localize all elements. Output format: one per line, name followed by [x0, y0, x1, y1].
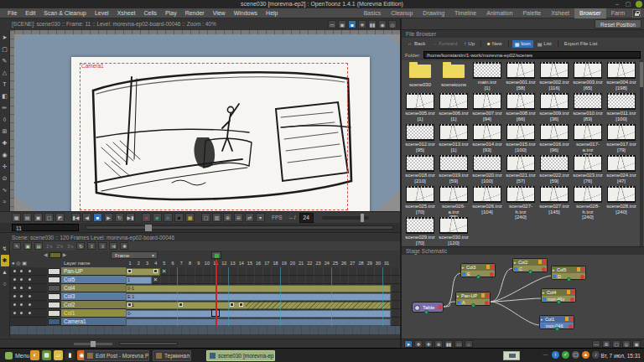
camstand-toggle-icon[interactable] — [567, 290, 570, 294]
histogram-button[interactable]: ▥ — [212, 213, 221, 222]
node-col4[interactable]: Col4mor-46v — [541, 288, 576, 303]
keyframe-icon[interactable] — [239, 303, 243, 307]
scene-file-item[interactable]: scene028.tnz[240] — [605, 186, 638, 215]
schematic-home-icon[interactable]: ⌂ — [465, 340, 473, 348]
zoom-out-button[interactable]: ⊖ — [234, 213, 243, 222]
visibility-toggle[interactable] — [13, 287, 16, 289]
bottom-port[interactable] — [476, 275, 480, 279]
scene-file-item[interactable]: scene026.tnz[104] — [470, 186, 504, 215]
scene-file-item[interactable]: scene021.tnz[57] — [504, 155, 538, 184]
camstand-toggle-icon[interactable] — [565, 317, 569, 321]
scene-file-item[interactable]: scene001.tnz[58] — [504, 62, 538, 90]
visibility-toggle[interactable] — [20, 287, 23, 289]
menu-render[interactable]: Render — [181, 8, 209, 18]
bottom-port[interactable] — [528, 270, 532, 274]
back-button[interactable]: ←Back — [405, 40, 428, 47]
pinch-tool[interactable]: ⊙ — [1, 173, 9, 184]
scene-file-item[interactable]: scene017-a.tnz[94] — [571, 124, 605, 158]
type-tool[interactable]: T — [1, 79, 9, 90]
layer-cells[interactable]: 1✕ — [126, 267, 400, 276]
lock-rooms-icon[interactable] — [632, 9, 641, 18]
export-file-list-button[interactable]: Export File List — [562, 40, 600, 47]
input-port[interactable] — [543, 297, 546, 301]
zoom-tool[interactable]: ○ — [1, 278, 9, 290]
subcamera-preview-icon[interactable]: ◎ — [388, 20, 397, 28]
maximize-button[interactable]: ▢ — [625, 1, 631, 8]
input-port[interactable] — [541, 324, 544, 328]
room-tab-cleanup[interactable]: Cleanup — [386, 8, 418, 18]
visibility-toggle[interactable] — [13, 295, 16, 297]
terminal-app-icon[interactable]: ▮ — [65, 350, 75, 360]
app-launcher-2-icon[interactable]: ▦ — [42, 350, 51, 360]
visibility-toggle[interactable] — [29, 270, 31, 272]
scene-file-item[interactable]: scene026-a.tnz[85] — [437, 186, 470, 220]
green-channel-button[interactable]: ■ — [153, 213, 162, 222]
layer-name[interactable]: Camera1 — [61, 318, 126, 326]
new-folder-button[interactable]: ■New — [485, 40, 505, 47]
visibility-toggle[interactable] — [20, 270, 23, 272]
scene-file-item[interactable]: scene027.tnz[145] — [538, 186, 571, 215]
camera-snapshot-icon[interactable]: ▣ — [34, 213, 43, 222]
layer-cells[interactable] — [126, 318, 400, 326]
cadence-3[interactable]: 3's — [66, 244, 74, 249]
layer-cells[interactable]: 0- — [126, 309, 400, 318]
xsheet-zoom-handle[interactable] — [91, 341, 96, 347]
input-port[interactable] — [462, 272, 465, 276]
start-menu-button[interactable]: Menu — [2, 350, 34, 361]
menu-edit[interactable]: Edit — [21, 8, 39, 18]
sound-button[interactable]: ▦ — [185, 213, 195, 222]
room-tab-farm[interactable]: Farm — [606, 8, 630, 18]
keyframe-icon[interactable] — [127, 303, 132, 307]
camera3d-view-icon[interactable]: ▭ — [328, 20, 336, 28]
scene-file-item[interactable]: scene028-h.tnz[240] — [571, 186, 605, 220]
visibility-toggle[interactable] — [20, 278, 23, 281]
layer-row-col3[interactable]: Col3E 1 — [10, 292, 400, 301]
layer-name[interactable]: Col2 — [61, 301, 126, 309]
red-channel-button[interactable]: ■ — [142, 213, 151, 222]
scene-file-item[interactable]: scene027-h.tnz[240] — [504, 186, 538, 220]
define-subcamera-icon[interactable]: ◩ — [55, 213, 65, 222]
visibility-toggle[interactable] — [29, 295, 31, 297]
visibility-toggle[interactable] — [13, 303, 16, 306]
freeze-icon[interactable]: ▮▮ — [368, 20, 377, 28]
frame-slider[interactable] — [86, 225, 393, 230]
scene-file-item[interactable]: scene006.tnz[1] — [437, 93, 470, 122]
xsheet-scrollbar[interactable] — [119, 342, 178, 345]
output-port[interactable] — [570, 297, 574, 302]
blue-channel-button[interactable]: ■ — [164, 213, 173, 222]
keyframe-icon[interactable] — [127, 269, 132, 273]
tray-display-icon[interactable]: ▢ — [572, 351, 579, 359]
scene-file-item[interactable]: scene016.tnz[96] — [538, 124, 571, 153]
layer-name[interactable]: Col5 — [61, 276, 126, 284]
scene-file-item[interactable]: scene014.tnz[93] — [470, 124, 504, 153]
frame-slider-handle[interactable] — [145, 225, 152, 231]
node-col2[interactable]: Col2C — [512, 258, 548, 272]
rgb-picker-tool[interactable]: ◉ — [1, 149, 9, 161]
menu-cells[interactable]: Cells — [139, 8, 161, 18]
reframe-icon[interactable]: ↻ — [76, 242, 85, 250]
output-port[interactable] — [438, 305, 442, 309]
menu-windows[interactable]: Windows — [230, 8, 262, 18]
edit-in-place-icon[interactable]: ❖ — [358, 20, 366, 28]
control-point-editor-tool[interactable]: ✛ — [1, 161, 9, 173]
file-browser-title[interactable]: File Browser — [402, 29, 644, 38]
repeat-icon[interactable]: ⇉ — [109, 242, 117, 250]
layer-row-col5[interactable]: Col51✕ — [10, 276, 400, 284]
options-dropdown[interactable]: ▾ — [256, 213, 265, 222]
taskbar-window[interactable]: Терминал — [153, 350, 191, 361]
menu-xsheet[interactable]: Xsheet — [113, 8, 140, 18]
tray-preview-icon[interactable] — [503, 351, 520, 360]
menu-file[interactable]: File — [3, 8, 21, 18]
scene-file-item[interactable]: scene019.tnz[59] — [437, 155, 470, 184]
scene-file-item[interactable]: scene017.tnz[79] — [605, 124, 638, 153]
loop-button[interactable]: ↻ — [115, 213, 124, 222]
room-tab-xsheet[interactable]: Xsheet — [546, 8, 574, 18]
tape-tool[interactable]: ⊞ — [1, 126, 9, 137]
brush-tool[interactable]: ✎ — [1, 55, 9, 67]
style-picker-tool[interactable]: ✚ — [1, 137, 9, 149]
visibility-toggle[interactable] — [29, 278, 31, 281]
level-nav[interactable]: ◀▶ — [44, 251, 66, 259]
hook-tool[interactable]: ✱ — [1, 255, 9, 266]
field-guide-icon[interactable]: ▤ — [23, 213, 32, 222]
folder-item[interactable]: scene030 — [403, 62, 437, 88]
